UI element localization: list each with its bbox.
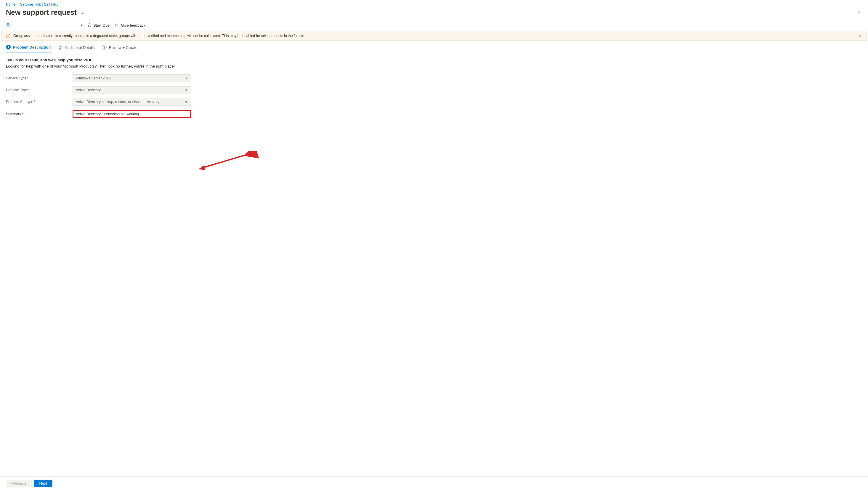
field-summary: Summary* bbox=[6, 110, 862, 118]
tab-label: Review + Create bbox=[109, 45, 137, 50]
svg-point-7 bbox=[116, 24, 117, 25]
refresh-icon bbox=[87, 23, 92, 27]
field-problem-subtype: Problem Subtype* Active Directory backup… bbox=[6, 98, 862, 106]
section-subheading: Looking for help with one of your Micros… bbox=[6, 64, 862, 68]
problem-type-label: Problem Type* bbox=[6, 88, 72, 92]
step-number: 2 bbox=[58, 45, 62, 50]
field-problem-type: Problem Type* Active Directory ▼ bbox=[6, 86, 862, 94]
tab-label: Problem Description bbox=[13, 45, 51, 50]
dismiss-banner-icon[interactable]: ✕ bbox=[859, 33, 862, 38]
service-type-select[interactable]: Windows Server 2019 ▼ bbox=[72, 74, 191, 82]
tab-review-create[interactable]: 3 Review + Create bbox=[102, 45, 137, 53]
service-type-value: Windows Server 2019 bbox=[76, 76, 111, 80]
step-number: 3 bbox=[102, 45, 106, 50]
scope-selector[interactable]: ▼ bbox=[6, 23, 83, 28]
summary-input[interactable] bbox=[72, 110, 191, 118]
step-tabs: 1 Problem Description 2 Additional Detai… bbox=[0, 40, 868, 53]
tab-label: Additional Details bbox=[65, 45, 94, 50]
svg-rect-1 bbox=[6, 26, 7, 27]
chevron-down-icon: ▼ bbox=[185, 77, 188, 80]
problem-subtype-label: Problem Subtype* bbox=[6, 100, 72, 104]
start-over-label: Start Over bbox=[93, 23, 111, 28]
start-over-button[interactable]: Start Over bbox=[87, 23, 111, 28]
annotation-arrow-icon bbox=[195, 151, 260, 178]
breadcrumb-home[interactable]: Home bbox=[6, 2, 16, 6]
title-text: New support request bbox=[6, 8, 77, 17]
problem-subtype-select[interactable]: Active Directory backup, restore, or dis… bbox=[72, 98, 191, 106]
hierarchy-icon bbox=[6, 23, 10, 27]
close-icon[interactable]: ✕ bbox=[856, 8, 862, 17]
banner-text: Group assignment feature is currently ru… bbox=[13, 34, 304, 38]
chevron-right-icon: › bbox=[17, 3, 18, 6]
chevron-right-icon: › bbox=[60, 3, 62, 6]
chevron-down-icon: ▼ bbox=[185, 89, 188, 92]
feedback-icon bbox=[115, 23, 119, 27]
summary-label: Summary* bbox=[6, 112, 72, 116]
warning-banner: ! Group assignment feature is currently … bbox=[1, 31, 867, 40]
tab-additional-details[interactable]: 2 Additional Details bbox=[58, 45, 94, 53]
next-button[interactable]: Next bbox=[34, 480, 53, 487]
section-heading: Tell us your issue, and we'll help you r… bbox=[6, 58, 862, 62]
svg-rect-0 bbox=[7, 23, 8, 25]
service-type-label: Service Type* bbox=[6, 76, 72, 80]
svg-rect-2 bbox=[9, 26, 10, 27]
problem-subtype-value: Active Directory backup, restore, or dis… bbox=[76, 100, 159, 104]
footer-bar: Previous Next bbox=[0, 477, 868, 490]
warning-icon: ! bbox=[6, 34, 10, 38]
svg-marker-9 bbox=[198, 165, 205, 170]
step-number: 1 bbox=[6, 45, 11, 50]
tab-problem-description[interactable]: 1 Problem Description bbox=[6, 45, 51, 53]
svg-line-8 bbox=[200, 152, 255, 169]
breadcrumb: Home › Services Hub | Self Help › bbox=[0, 0, 868, 8]
breadcrumb-hub[interactable]: Services Hub | Self Help bbox=[20, 2, 59, 6]
chevron-down-icon: ▼ bbox=[185, 100, 188, 104]
more-icon[interactable]: … bbox=[80, 10, 85, 15]
field-service-type: Service Type* Windows Server 2019 ▼ bbox=[6, 74, 862, 82]
problem-type-select[interactable]: Active Directory ▼ bbox=[72, 86, 191, 94]
previous-button[interactable]: Previous bbox=[6, 480, 32, 487]
chevron-down-icon: ▼ bbox=[80, 23, 83, 27]
problem-type-value: Active Directory bbox=[76, 88, 101, 92]
feedback-label: Give feedback bbox=[121, 23, 146, 28]
give-feedback-button[interactable]: Give feedback bbox=[115, 23, 146, 28]
scope-value bbox=[12, 23, 78, 28]
page-title: New support request … bbox=[6, 8, 85, 17]
